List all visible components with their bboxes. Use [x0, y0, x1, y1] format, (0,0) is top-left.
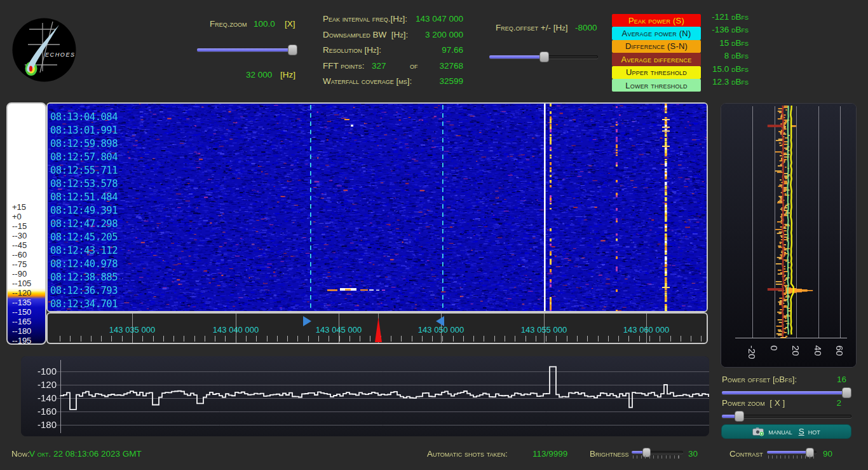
frequency-tick-label: 143 060 000	[611, 325, 681, 335]
now-label: Now:	[11, 449, 30, 459]
camera-plus-icon	[752, 427, 764, 436]
frequency-tick-label: 143 050 000	[406, 325, 476, 335]
freq-zoom-value: 100.0	[254, 19, 275, 29]
waterfall-canvas[interactable]	[48, 104, 707, 311]
slider-fill	[489, 55, 544, 59]
freq-zoom-bw-unit: [Hz]	[280, 70, 295, 79]
slider-handle[interactable]	[539, 52, 549, 62]
power-zoom-value: 2	[836, 398, 841, 408]
slider-fill	[767, 451, 810, 453]
power-plot-tick-label: 20	[790, 345, 801, 356]
power-plot-canvas	[721, 104, 856, 367]
legend-value: 15 dBfs	[686, 38, 749, 51]
power-zoom-slider[interactable]	[722, 411, 851, 422]
frequency-tick-label: 143 045 000	[304, 325, 374, 335]
slider-handle[interactable]	[288, 45, 297, 55]
colorscale-label: --75	[8, 259, 45, 269]
freq-offset-slider[interactable]	[489, 52, 598, 62]
echoes-logo: ECHOES	[12, 18, 76, 82]
colorscale-label: +15	[8, 202, 45, 212]
slider-fill	[197, 48, 292, 52]
frequency-tick-label: 143 040 000	[201, 325, 271, 335]
power-plot-tick-label: 60	[834, 345, 845, 356]
peak-frequency-marker-icon	[369, 314, 388, 343]
colorscale-label: --30	[8, 231, 45, 240]
now-value: V окт. 22 08:13:06 2023 GMT	[29, 449, 142, 459]
freq-offset-value: -8000	[575, 23, 597, 32]
stat-peak-interval-freq: Peak interval freq.[Hz]: 143 047 000	[323, 14, 463, 25]
waterfall-display[interactable]: 08:13:04.08408:13:01.99108:12:59.89808:1…	[46, 102, 708, 312]
auto-shots-value: 113/9999	[532, 449, 567, 459]
spectrum-plot-panel: -100-120-140-160-180	[21, 356, 709, 436]
contrast-slider[interactable]	[767, 448, 817, 457]
frequency-tick-label: 143 055 000	[509, 325, 579, 335]
brightness-slider[interactable]	[632, 448, 683, 457]
contrast-label: Contrast	[729, 449, 763, 459]
freq-zoom-bw-value: 32 000	[246, 70, 272, 79]
spectrum-tick-label: -120	[30, 379, 57, 391]
stat-waterfall-coverage: Waterfall coverage [ms]: 32599	[323, 76, 463, 87]
colorscale-label: --135	[8, 298, 45, 307]
legend-value: 15.0 dBfs	[686, 64, 749, 77]
colorscale-label: --195	[8, 336, 45, 345]
colorscale-label: +0	[8, 212, 45, 221]
slider-tickmarks	[768, 455, 815, 459]
spectrum-tick-label: -160	[30, 406, 57, 417]
colorscale-label: --45	[8, 240, 45, 250]
colorscale-label: --105	[8, 279, 45, 288]
frequency-tick-label: 143 035 000	[97, 325, 167, 335]
frequency-axis: 143 035 000143 040 000143 045 000143 050…	[46, 312, 708, 344]
slider-tickmarks	[633, 455, 682, 459]
legend-value: 8 dBfs	[686, 51, 749, 64]
slider-fill	[722, 391, 846, 394]
power-plot-tick-label: 0	[769, 345, 780, 350]
power-zoom-label: Power zoom [ X ]	[722, 398, 785, 408]
colorscale-label: --60	[8, 250, 45, 259]
brightness-value: 30	[688, 449, 698, 459]
waterfall-colorscale: +15+0--15--30--45--60--75--90--105--120-…	[6, 102, 46, 345]
legend-value: -121 dBfs	[686, 12, 749, 25]
slider-handle[interactable]	[735, 411, 744, 422]
colorscale-label: --15	[8, 221, 45, 231]
power-offset-label: Power offset [dBfs]:	[722, 375, 797, 384]
freq-zoom-label: Freq.zoom	[210, 19, 247, 29]
interval-end-marker-icon[interactable]	[436, 316, 444, 326]
stat-fft-points: FFT points: 327 of 32768	[323, 61, 463, 72]
manual-shot-button[interactable]: manual Shot	[721, 424, 851, 439]
brightness-label: Brightness	[590, 449, 629, 459]
power-offset-value: 16	[837, 375, 846, 384]
power-plot-tick-label: -20	[747, 345, 757, 359]
freq-zoom-slider[interactable]	[197, 45, 297, 55]
spectrum-tick-label: -100	[30, 366, 57, 377]
legend-value: 12.3 dBfs	[686, 77, 749, 90]
stat-resolution: Resolution [Hz]: 97.66	[323, 45, 463, 56]
colorscale-label: --180	[8, 326, 45, 336]
colorscale-label: --90	[8, 269, 45, 279]
power-plot-panel: -200204060	[721, 103, 857, 368]
freq-zoom-unit: [X]	[285, 19, 295, 29]
logo-title: ECHOES	[45, 52, 76, 58]
stat-downsampled-bw: Downsampled BW [Hz]: 3 200 000	[323, 30, 463, 41]
freq-offset-label: Freq.offset +/- [Hz]	[496, 23, 567, 32]
echoes-app-window: ECHOES Freq.zoom 100.0 [X] 32 000 [Hz] P…	[0, 0, 868, 470]
spectrum-tick-label: -140	[30, 392, 57, 404]
power-plot-tick-label: 40	[813, 345, 824, 356]
colorscale-label: --150	[8, 307, 45, 317]
legend-value: -136 dBfs	[686, 25, 749, 38]
spectrum-tick-label: -180	[30, 419, 57, 431]
colorscale-label: --120	[8, 288, 45, 298]
slider-handle[interactable]	[842, 387, 851, 398]
spectrum-plot-canvas	[21, 356, 709, 436]
auto-shots-label: Automatic shots taken:	[427, 449, 508, 459]
interval-begin-marker-icon[interactable]	[303, 316, 311, 326]
colorscale-label: --165	[8, 317, 45, 326]
contrast-value: 90	[823, 449, 832, 459]
power-offset-slider[interactable]	[722, 387, 851, 398]
